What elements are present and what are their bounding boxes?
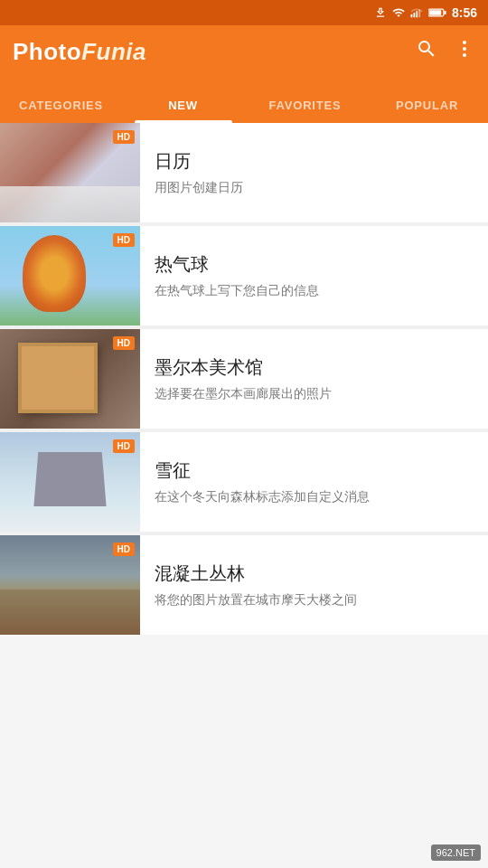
list-item[interactable]: HD 雪征 在这个冬天向森林标志添加自定义消息 [0, 432, 488, 532]
item-desc: 用图片创建日历 [155, 179, 474, 197]
item-title: 日历 [155, 149, 474, 174]
wifi-icon [392, 6, 405, 19]
svg-rect-2 [416, 11, 418, 17]
svg-point-9 [463, 53, 466, 57]
header-actions [416, 38, 475, 65]
search-button[interactable] [416, 38, 437, 65]
status-icons: 8:56 [374, 5, 477, 20]
watermark: 962.NET [431, 844, 481, 861]
hd-badge: HD [113, 233, 135, 247]
item-desc: 将您的图片放置在城市摩天大楼之间 [155, 591, 474, 609]
svg-point-7 [463, 41, 466, 44]
item-content: 混凝土丛林 将您的图片放置在城市摩天大楼之间 [140, 535, 488, 635]
item-image-calendar: HD [0, 123, 140, 222]
item-image-gallery: HD [0, 329, 140, 429]
svg-rect-5 [444, 11, 446, 14]
logo-funia: Funia [81, 38, 146, 65]
item-title: 雪征 [155, 458, 474, 483]
tab-categories[interactable]: CATEGORIES [0, 88, 122, 123]
item-content: 墨尔本美术馆 选择要在墨尔本画廊展出的照片 [140, 329, 488, 429]
content-list: HD 日历 用图片创建日历 HD 热气球 在热气球上写下您自己的信息 HD 墨尔… [0, 123, 488, 635]
tab-bar: CATEGORIES NEW FAVORITES POPULAR [0, 78, 488, 123]
more-options-button[interactable] [454, 38, 475, 65]
item-title: 热气球 [155, 252, 474, 277]
item-desc: 在这个冬天向森林标志添加自定义消息 [155, 488, 474, 506]
svg-rect-0 [411, 14, 413, 18]
hd-badge: HD [113, 542, 135, 556]
svg-rect-6 [429, 10, 441, 14]
svg-point-8 [463, 47, 466, 51]
item-content: 热气球 在热气球上写下您自己的信息 [140, 226, 488, 326]
logo-photo: Photo [13, 38, 81, 65]
item-title: 墨尔本美术馆 [155, 355, 474, 380]
item-desc: 在热气球上写下您自己的信息 [155, 282, 474, 300]
item-image-snow: HD [0, 432, 140, 532]
item-image-city: HD [0, 535, 140, 635]
item-title: 混凝土丛林 [155, 561, 474, 586]
hd-badge: HD [113, 439, 135, 453]
item-content: 雪征 在这个冬天向森林标志添加自定义消息 [140, 432, 488, 532]
status-time: 8:56 [452, 5, 477, 20]
hd-badge: HD [113, 130, 135, 144]
signal-icon [410, 6, 423, 19]
download-icon [374, 6, 387, 19]
item-content: 日历 用图片创建日历 [140, 123, 488, 222]
list-item[interactable]: HD 热气球 在热气球上写下您自己的信息 [0, 226, 488, 326]
hd-badge: HD [113, 336, 135, 350]
item-image-balloon: HD [0, 226, 140, 326]
svg-rect-3 [418, 10, 420, 18]
svg-rect-1 [413, 13, 415, 17]
tab-favorites[interactable]: FAVORITES [244, 88, 366, 123]
app-logo: PhotoFunia [13, 38, 146, 66]
status-bar: 8:56 [0, 0, 488, 25]
list-item[interactable]: HD 日历 用图片创建日历 [0, 123, 488, 222]
app-header: PhotoFunia [0, 25, 488, 78]
tab-popular[interactable]: POPULAR [366, 88, 488, 123]
list-item[interactable]: HD 墨尔本美术馆 选择要在墨尔本画廊展出的照片 [0, 329, 488, 429]
logo-text: PhotoFunia [13, 38, 146, 66]
battery-icon [428, 7, 446, 18]
item-desc: 选择要在墨尔本画廊展出的照片 [155, 385, 474, 403]
tab-new[interactable]: NEW [122, 88, 244, 123]
list-item[interactable]: HD 混凝土丛林 将您的图片放置在城市摩天大楼之间 [0, 535, 488, 635]
